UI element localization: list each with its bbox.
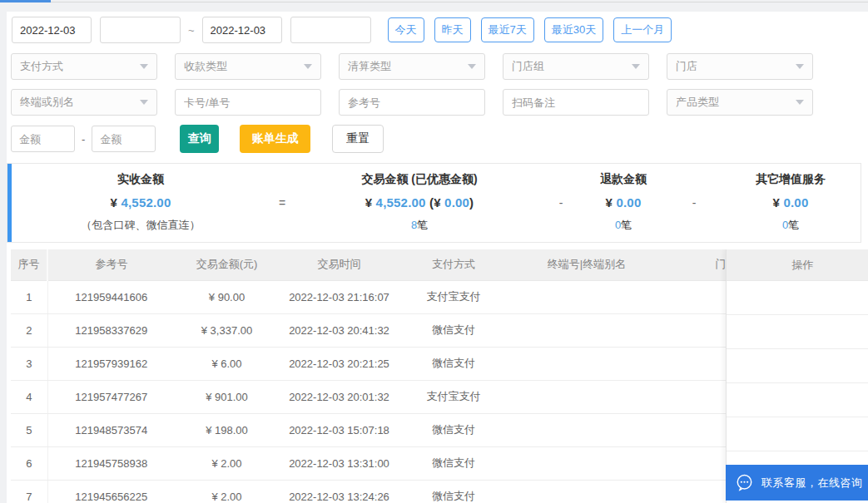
time-from-input[interactable] <box>100 17 181 43</box>
column-header-actions: 操作 <box>727 249 868 281</box>
summary-panel: 实收金额¥ 4,552.00（包含口碑、微信直连）=交易金额 (已优惠金额)¥ … <box>7 163 861 243</box>
chevron-down-icon <box>140 100 148 105</box>
payment-method-select[interactable]: 支付方式 <box>11 53 157 80</box>
cell-ref: 121957477267 <box>47 380 175 413</box>
cell-method: 支付宝支付 <box>399 280 508 313</box>
cell-terminal <box>508 380 666 413</box>
table-row: 4121957477267¥ 901.002022-12-03 20:01:32… <box>11 380 786 413</box>
cell-ref: 121959441606 <box>47 280 175 313</box>
summary-title: 实收金额 <box>12 172 270 187</box>
chevron-down-icon <box>796 64 804 69</box>
receipt-type-select-label: 收款类型 <box>184 59 227 74</box>
summary-operator: - <box>669 164 719 242</box>
card-or-order-no-input[interactable] <box>175 89 321 116</box>
summary-columns: 实收金额¥ 4,552.00（包含口碑、微信直连）=交易金额 (已优惠金额)¥ … <box>12 164 862 242</box>
quick-range-last-7-days[interactable]: 最近7天 <box>481 17 534 42</box>
summary-column-2: 交易金额 (已优惠金额)¥ 4,552.00 (¥ 0.00)8笔 <box>295 164 544 242</box>
qr-remark-input[interactable] <box>503 89 649 116</box>
cell-action <box>727 315 868 349</box>
card-or-order-no-input[interactable] <box>184 90 312 115</box>
quick-range-yesterday[interactable]: 昨天 <box>434 17 471 42</box>
date-to-input[interactable] <box>202 17 282 43</box>
summary-title: 退款金额 <box>578 172 669 187</box>
summary-title: 其它增值服务 <box>719 172 862 187</box>
cell-time: 2022-12-03 20:41:32 <box>279 313 399 347</box>
summary-column-4: 其它增值服务¥ 0.000笔 <box>719 164 862 242</box>
store-group-select-label: 门店组 <box>512 59 544 74</box>
cell-no: 1 <box>11 280 47 313</box>
cell-action <box>727 281 868 315</box>
cell-no: 4 <box>11 380 47 413</box>
quick-range-today[interactable]: 今天 <box>388 17 424 42</box>
reference-no-input[interactable] <box>348 90 476 115</box>
qr-remark-input[interactable] <box>512 90 640 115</box>
table-header-row: 序号参考号交易金额(元)交易时间支付方式终端号|终端别名门店 <box>11 249 786 280</box>
summary-operator: = <box>270 164 295 242</box>
cell-terminal <box>508 313 666 347</box>
quick-range-last-30-days[interactable]: 最近30天 <box>544 17 603 42</box>
cell-ref: 121945656225 <box>47 480 175 503</box>
date-from-input[interactable] <box>12 17 92 43</box>
summary-column-1: 实收金额¥ 4,552.00（包含口碑、微信直连） <box>12 164 270 242</box>
filter-row-2: 终端或别名产品类型 <box>11 89 813 116</box>
cell-time: 2022-12-03 21:16:07 <box>279 280 399 313</box>
summary-subtext: （包含口碑、微信直连） <box>12 218 270 233</box>
table-row: 7121945656225¥ 2.002022-12-03 13:24:26微信… <box>11 480 786 503</box>
summary-operator: - <box>544 164 578 242</box>
settlement-type-select[interactable]: 清算类型 <box>339 53 485 80</box>
chevron-down-icon <box>140 64 148 69</box>
receipt-type-select[interactable]: 收款类型 <box>175 53 321 80</box>
amount-filter-row: - 查询 账单生成 重置 <box>11 125 384 153</box>
cell-terminal <box>508 413 666 446</box>
reference-no-input[interactable] <box>339 89 485 116</box>
cell-ref: 121957939162 <box>47 347 175 380</box>
cell-no: 2 <box>11 313 47 347</box>
transactions-table: 序号参考号交易金额(元)交易时间支付方式终端号|终端别名门店 112195944… <box>11 249 786 503</box>
summary-value: ¥ 4,552.00 <box>12 195 270 210</box>
search-button[interactable]: 查询 <box>180 125 219 153</box>
column-header-2: 交易金额(元) <box>175 249 279 280</box>
summary-value: ¥ 0.00 <box>719 195 862 210</box>
cell-no: 5 <box>11 413 47 446</box>
cell-amount: ¥ 901.00 <box>175 380 279 413</box>
quick-range-last-month[interactable]: 上一个月 <box>613 17 672 42</box>
amount-max-input[interactable] <box>92 126 156 152</box>
store-select[interactable]: 门店 <box>667 53 813 80</box>
cell-amount: ¥ 2.00 <box>175 480 279 503</box>
time-to-input[interactable] <box>290 17 371 43</box>
summary-title: 交易金额 (已优惠金额) <box>295 172 544 187</box>
cell-ref: 121945758938 <box>47 446 175 480</box>
table-row: 1121959441606¥ 90.002022-12-03 21:16:07支… <box>11 280 786 313</box>
chevron-down-icon <box>468 64 476 69</box>
summary-subtext: 0笔 <box>578 218 669 233</box>
store-group-select[interactable]: 门店组 <box>503 53 649 80</box>
reset-button[interactable]: 重置 <box>332 125 384 153</box>
date-range-separator: ~ <box>188 24 195 37</box>
chevron-down-icon <box>632 64 640 69</box>
summary-subtext: 8笔 <box>295 218 544 233</box>
generate-bill-button[interactable]: 账单生成 <box>240 125 310 153</box>
payment-method-select-label: 支付方式 <box>20 59 63 74</box>
column-header-1: 参考号 <box>47 249 175 280</box>
product-type-select[interactable]: 产品类型 <box>667 89 813 116</box>
cell-ref: 121948573574 <box>47 413 175 446</box>
contact-support-label: 联系客服，在线咨询 <box>761 476 863 491</box>
cell-time: 2022-12-03 20:21:25 <box>279 347 399 380</box>
date-filter-row: ~ 今天昨天最近7天最近30天上一个月 <box>12 17 682 43</box>
terminal-or-alias-select[interactable]: 终端或别名 <box>11 89 157 116</box>
summary-value: ¥ 0.00 <box>578 195 669 210</box>
quick-range-buttons: 今天昨天最近7天最近30天上一个月 <box>388 17 682 42</box>
product-type-select-label: 产品类型 <box>676 95 719 110</box>
contact-support-button[interactable]: 联系客服，在线咨询 <box>726 465 868 501</box>
table-body: 1121959441606¥ 90.002022-12-03 21:16:07支… <box>11 280 786 503</box>
column-header-0: 序号 <box>11 249 47 280</box>
cell-action <box>727 383 868 417</box>
chevron-down-icon <box>796 100 804 105</box>
active-tab-indicator[interactable] <box>0 0 51 2</box>
amount-range-dash: - <box>82 133 85 145</box>
cell-action <box>727 417 868 451</box>
filter-row-1: 支付方式收款类型清算类型门店组门店 <box>11 53 813 80</box>
amount-min-input[interactable] <box>11 126 75 152</box>
terminal-or-alias-select-label: 终端或别名 <box>20 95 74 110</box>
summary-value: ¥ 4,552.00 (¥ 0.00) <box>295 195 544 210</box>
